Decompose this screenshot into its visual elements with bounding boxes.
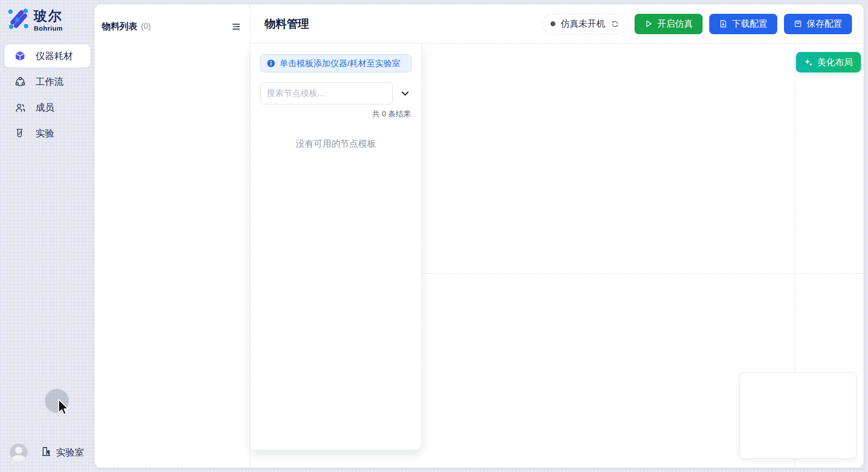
sidebar-nav: 仪器耗材 工作流 成员 [0, 44, 95, 145]
sidebar-item-label: 成员 [36, 101, 54, 114]
brand-name-zh: 玻尔 [34, 7, 63, 25]
lab-building-icon [41, 446, 52, 459]
template-search-input[interactable] [260, 82, 393, 104]
bohrium-logo-icon [7, 8, 29, 32]
download-config-label: 下载配置 [732, 18, 768, 30]
beautify-layout-button[interactable]: 美化布局 [796, 52, 861, 72]
sidebar-item-members[interactable]: 成员 [4, 96, 90, 119]
save-config-label: 保存配置 [807, 18, 842, 30]
node-template-panel: 单击模板添加仪器/耗材至实验室 共 0 条结果 没有可用的节点模板 [250, 44, 422, 450]
status-dot-icon [551, 21, 555, 26]
sidebar-footer: 实验室 [0, 444, 95, 461]
materials-list-title: 物料列表 [102, 20, 137, 32]
header-actions: 仿真未开机 [542, 14, 852, 34]
play-icon [644, 20, 653, 28]
save-config-button[interactable]: 保存配置 [784, 14, 852, 34]
start-simulation-button[interactable]: 开启仿真 [635, 14, 703, 34]
page-title: 物料管理 [265, 16, 309, 31]
save-icon [794, 20, 802, 28]
mouse-cursor [56, 398, 71, 419]
empty-templates-message: 没有可用的节点模板 [260, 138, 412, 150]
main-region: 物料管理 仿真未开机 [250, 4, 864, 468]
download-config-button[interactable]: 下载配置 [709, 14, 777, 34]
lab-entry[interactable]: 实验室 [41, 446, 84, 459]
simulation-status-pill: 仿真未开机 [542, 14, 628, 34]
sidebar-item-label: 仪器耗材 [36, 50, 73, 62]
page-header: 物料管理 仿真未开机 [250, 4, 864, 44]
template-hint-text: 单击模板添加仪器/耗材至实验室 [280, 58, 400, 69]
sidebar-item-experiments[interactable]: 实验 [4, 122, 90, 145]
beautify-layout-label: 美化布局 [817, 56, 853, 68]
materials-list-panel: 物料列表 (0) [95, 4, 250, 468]
sidebar-item-instruments[interactable]: 仪器耗材 [4, 44, 90, 68]
chevron-down-icon[interactable] [398, 87, 412, 100]
user-avatar[interactable] [10, 444, 28, 461]
sparkles-icon [804, 58, 813, 67]
brand-name-en: Bohrium [34, 24, 63, 32]
content-area: 物料列表 (0) 物料管理 仿真未开机 [95, 4, 864, 468]
search-result-count: 共 0 条结果 [260, 109, 412, 119]
sidebar-item-label: 实验 [36, 127, 54, 140]
simulation-status-label: 仿真未开机 [561, 18, 605, 30]
materials-list-count: (0) [141, 22, 151, 31]
sidebar-item-label: 工作流 [36, 76, 64, 88]
brand-logo: 玻尔 Bohrium [0, 0, 95, 32]
download-file-icon [719, 20, 727, 28]
members-icon [14, 102, 26, 113]
template-search-row [260, 82, 412, 104]
template-hint-banner: 单击模板添加仪器/耗材至实验室 [260, 54, 412, 72]
flow-canvas[interactable]: 单击模板添加仪器/耗材至实验室 共 0 条结果 没有可用的节点模板 [250, 44, 864, 468]
sidebar-item-workflow[interactable]: 工作流 [4, 70, 90, 93]
workflow-icon [14, 76, 26, 88]
canvas-minimap[interactable] [739, 372, 856, 459]
info-icon [267, 59, 275, 68]
start-simulation-label: 开启仿真 [657, 18, 693, 30]
materials-list-header: 物料列表 (0) [95, 4, 250, 32]
refresh-icon[interactable] [611, 20, 619, 28]
collapse-list-icon[interactable] [230, 21, 242, 32]
experiment-icon [14, 128, 26, 139]
cube-icon [14, 50, 26, 62]
lab-entry-label: 实验室 [56, 446, 84, 459]
